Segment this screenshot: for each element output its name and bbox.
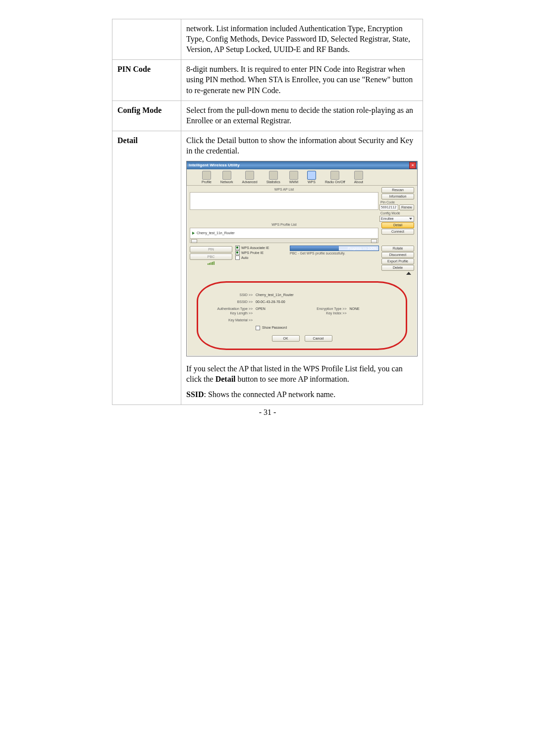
wps-profile-list-title: WPS Profile List bbox=[190, 223, 378, 227]
configmode-label: Config Mode bbox=[379, 211, 414, 215]
wps-icon bbox=[307, 171, 316, 180]
signal-bars-icon bbox=[190, 260, 232, 265]
detail-panel: SSID >>Cherry_test_11n_Router BSSID >>00… bbox=[197, 281, 407, 350]
ok-button[interactable]: OK bbox=[272, 335, 300, 342]
wmm-icon bbox=[289, 171, 298, 180]
tab-wmm[interactable]: WMM bbox=[289, 171, 298, 184]
close-icon[interactable]: × bbox=[409, 162, 416, 169]
detail-intro: Click the Detail button to show the info… bbox=[186, 135, 418, 156]
active-indicator-icon bbox=[192, 232, 195, 235]
detail-auth: OPEN bbox=[256, 307, 297, 311]
detail-ssid: Cherry_test_11n_Router bbox=[256, 293, 396, 298]
table-row: PIN Code 8-digit numbers. It is required… bbox=[112, 60, 423, 101]
pin-button[interactable]: PIN bbox=[190, 246, 232, 252]
tab-network[interactable]: Network bbox=[220, 171, 233, 184]
wps-associate-checkbox[interactable] bbox=[235, 246, 240, 250]
tab-wps[interactable]: WPS bbox=[307, 171, 316, 184]
detail-enc: NONE bbox=[350, 307, 396, 311]
show-password-checkbox[interactable] bbox=[256, 326, 260, 330]
profile-entry: Cherry_test_11n_Router bbox=[197, 231, 235, 235]
detail-button[interactable]: Detail bbox=[381, 222, 414, 228]
row-desc: 8-digit numbers. It is required to enter… bbox=[181, 60, 423, 101]
window-title: Intelligent Wireless Utility bbox=[189, 163, 240, 168]
row-label bbox=[112, 19, 181, 60]
table-row: network. List information included Authe… bbox=[112, 19, 423, 60]
export-profile-button[interactable]: Export Profile bbox=[381, 258, 414, 264]
page-number: - 31 - bbox=[0, 408, 535, 417]
progress-status: PBC - Get WPS profile successfully. bbox=[290, 252, 379, 255]
row-desc: network. List information included Authe… bbox=[181, 19, 423, 60]
window-titlebar: Intelligent Wireless Utility × bbox=[187, 161, 417, 169]
h-scrollbar[interactable] bbox=[190, 239, 378, 243]
pbc-button[interactable]: PBC bbox=[190, 253, 232, 260]
radio-icon bbox=[330, 171, 339, 180]
information-button[interactable]: Information bbox=[381, 194, 414, 200]
network-icon bbox=[222, 171, 231, 180]
wps-probe-checkbox[interactable] bbox=[235, 251, 240, 255]
delete-button[interactable]: Delete bbox=[381, 265, 414, 271]
wps-ap-list-title: WPS AP List bbox=[190, 188, 378, 192]
tab-statistics[interactable]: Statistics bbox=[267, 171, 280, 184]
cancel-button[interactable]: Cancel bbox=[305, 335, 332, 342]
row-label: PIN Code bbox=[112, 60, 181, 101]
about-icon bbox=[354, 171, 363, 180]
definition-table: network. List information included Authe… bbox=[112, 19, 423, 405]
row-desc: Select from the pull-down menu to decide… bbox=[181, 101, 423, 131]
detail-ssid-text: SSID: Shows the connected AP network nam… bbox=[186, 389, 418, 400]
row-label: Config Mode bbox=[112, 101, 181, 131]
row-desc: Click the Detail button to show the info… bbox=[181, 131, 423, 404]
document-page: network. List information included Authe… bbox=[0, 0, 535, 756]
configmode-select[interactable]: Enrollee bbox=[379, 216, 414, 222]
detail-keymat bbox=[256, 318, 396, 323]
connect-button[interactable]: Connect bbox=[381, 229, 414, 235]
tab-radio[interactable]: Radio On/Off bbox=[325, 171, 345, 184]
wps-ap-list[interactable] bbox=[190, 192, 378, 210]
rotate-button[interactable]: Rotate bbox=[381, 246, 414, 252]
detail-bssid: 00-0C-43-28-70-00 bbox=[256, 300, 396, 304]
collapse-arrow-icon[interactable] bbox=[190, 272, 414, 276]
pincode-value: 56912112 bbox=[379, 204, 398, 210]
table-row: Detail Click the Detail button to show t… bbox=[112, 131, 423, 404]
disconnect-button[interactable]: Disconnect bbox=[381, 252, 414, 258]
pincode-label: Pin Code bbox=[379, 201, 414, 204]
renew-button[interactable]: Renew bbox=[399, 204, 414, 210]
detail-after-text: If you select the AP that listed in the … bbox=[186, 363, 418, 384]
advanced-icon bbox=[245, 171, 254, 180]
auto-checkbox[interactable] bbox=[235, 255, 240, 260]
detail-keyidx bbox=[350, 311, 396, 316]
table-row: Config Mode Select from the pull-down me… bbox=[112, 101, 423, 131]
wireless-utility-screenshot: Intelligent Wireless Utility × Profile N… bbox=[186, 161, 418, 356]
row-label: Detail bbox=[112, 131, 181, 404]
tab-profile[interactable]: Profile bbox=[202, 171, 212, 184]
detail-keylen bbox=[256, 311, 297, 316]
wps-profile-list[interactable]: Cherry_test_11n_Router bbox=[190, 228, 378, 239]
profile-icon bbox=[202, 171, 211, 180]
statistics-icon bbox=[269, 171, 278, 180]
tab-about[interactable]: About bbox=[354, 171, 363, 184]
tab-advanced[interactable]: Advanced bbox=[242, 171, 258, 184]
rescan-button[interactable]: Rescan bbox=[381, 187, 414, 193]
toolbar: Profile Network Advanced Statistics WMM … bbox=[187, 169, 417, 186]
progress-bar: Progress >> 100% bbox=[290, 246, 379, 251]
